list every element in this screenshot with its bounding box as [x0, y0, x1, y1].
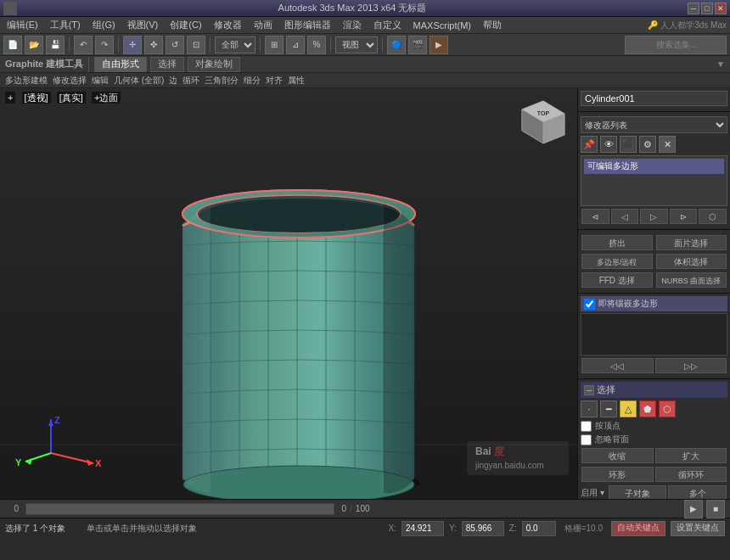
grow-btn[interactable]: 扩大 [655, 448, 727, 463]
move-btn[interactable]: ✜ [144, 36, 163, 54]
material-editor-btn[interactable]: 🔵 [387, 36, 406, 54]
ignore-back-checkbox[interactable] [581, 434, 592, 445]
multiple-btn[interactable]: 多个 [668, 485, 727, 499]
close-button[interactable]: ✕ [715, 3, 727, 14]
grid-label: 格栅=10.0 [564, 523, 603, 535]
sub-geom[interactable]: 几何体 (全部) [114, 75, 164, 87]
stack-first-btn[interactable]: ⊲ [581, 209, 609, 224]
ffd-select-btn[interactable]: FFD 选择 [581, 272, 653, 288]
vp-shading-label[interactable]: [真实] [57, 92, 86, 104]
scale-btn[interactable]: ⊡ [187, 36, 205, 54]
angle-snap[interactable]: ⊿ [286, 36, 305, 54]
extrude-btn[interactable]: 挤出 [581, 235, 653, 250]
nurbs-select-btn[interactable]: NURBS 曲面选择 [656, 272, 727, 288]
menu-modifier[interactable]: 修改器 [211, 19, 245, 31]
face-select-btn[interactable]: 面片选择 [656, 235, 727, 250]
vp-edge-label[interactable]: +边面 [92, 92, 121, 104]
set-key-btn[interactable]: 设置关键点 [671, 521, 725, 536]
pin-icon[interactable]: 📌 [581, 136, 598, 153]
render-btn[interactable]: ▶ [430, 36, 448, 54]
sub-align[interactable]: 对齐 [266, 75, 283, 87]
show-in-viewport[interactable]: 👁 [600, 136, 617, 153]
save-btn[interactable]: 💾 [46, 36, 65, 54]
menu-create[interactable]: 创建(C) [166, 19, 205, 31]
minimize-button[interactable]: ─ [688, 3, 699, 14]
rotate-btn[interactable]: ↺ [166, 36, 184, 54]
viewport[interactable]: + [透视] [真实] +边面 TOP [0, 88, 577, 499]
volume-select-btn[interactable]: 体积选择 [656, 254, 727, 269]
loop-btn[interactable]: 循环环 [655, 467, 727, 482]
element-mode-btn[interactable]: ⬡ [659, 400, 676, 417]
preview-checkbox[interactable] [584, 299, 595, 310]
nav-cube[interactable]: TOP [518, 97, 569, 148]
menu-animation[interactable]: 动画 [250, 19, 276, 31]
spline-select-btn[interactable]: 多边形/远程 [581, 254, 653, 269]
show-result-btn[interactable]: ⬡ [699, 209, 727, 224]
selection-header[interactable]: ─ 选择 [581, 382, 727, 398]
select-btn[interactable]: ✛ [123, 36, 142, 54]
undo-btn[interactable]: ↶ [74, 36, 93, 54]
next-frame-btn[interactable]: ▷▷ [655, 358, 727, 373]
sub-edge[interactable]: 边 [169, 75, 177, 87]
auto-keyframe-btn[interactable]: 自动关键点 [611, 521, 665, 536]
editable-poly-item[interactable]: 可编辑多边形 [584, 159, 724, 174]
maximize-button[interactable]: □ [701, 3, 713, 14]
object-name-input[interactable] [581, 91, 727, 106]
time-slider[interactable] [25, 503, 334, 515]
menu-graph-editor[interactable]: 图形编辑器 [281, 19, 334, 31]
sub-polymodel[interactable]: 多边形建模 [5, 75, 48, 87]
graphite-tab-paint[interactable]: 对象绘制 [188, 57, 240, 72]
play-btn[interactable]: ▶ [684, 500, 703, 518]
open-btn[interactable]: 📂 [25, 36, 43, 54]
menu-help[interactable]: 帮助 [480, 19, 505, 31]
prev-frame-btn[interactable]: ◁◁ [581, 358, 654, 373]
vertex-mode-btn[interactable]: · [581, 400, 598, 417]
graphite-tab-select[interactable]: 选择 [150, 57, 184, 72]
sub-tri[interactable]: 三角剖分 [205, 75, 239, 87]
sub-object-btn[interactable]: 子对象 [609, 485, 667, 499]
modifier-dropdown[interactable]: 修改器列表 [581, 116, 727, 133]
sel-collapse-btn[interactable]: ─ [584, 385, 594, 395]
y-input[interactable] [462, 521, 504, 536]
x-input[interactable] [402, 521, 444, 536]
vp-perspective-label[interactable]: [透视] [22, 92, 51, 104]
sub-subdiv[interactable]: 细分 [244, 75, 261, 87]
render-icon[interactable]: ⬛ [620, 136, 637, 153]
sub-edit[interactable]: 编辑 [92, 75, 109, 87]
menu-render[interactable]: 渲染 [340, 19, 365, 31]
graphite-tab-freeform[interactable]: 自由形式 [94, 57, 147, 72]
snap-toggle[interactable]: ⊞ [265, 36, 284, 54]
stack-prev-btn[interactable]: ◁ [611, 209, 639, 224]
sub-modsel[interactable]: 修改选择 [53, 75, 87, 87]
new-btn[interactable]: 📄 [3, 36, 22, 54]
search-btn[interactable]: 搜索选集... [625, 36, 727, 54]
menu-maxscript[interactable]: MAXScript(M) [410, 20, 474, 31]
percent-snap[interactable]: % [307, 36, 326, 54]
z-input[interactable] [522, 521, 556, 536]
selection-filter[interactable]: 全部 [215, 36, 256, 53]
vp-plus-label[interactable]: + [5, 92, 15, 104]
redo-btn[interactable]: ↷ [95, 36, 114, 54]
ring-btn[interactable]: 环形 [581, 467, 654, 482]
menu-custom[interactable]: 自定义 [370, 19, 405, 31]
edge-mode-btn[interactable]: ━ [600, 400, 617, 417]
stop-btn[interactable]: ■ [706, 500, 725, 518]
stack-next-btn[interactable]: ▷ [640, 209, 668, 224]
shrink-btn[interactable]: 收缩 [581, 448, 654, 463]
by-vertex-checkbox[interactable] [581, 421, 592, 432]
poly-mode-btn[interactable]: ⬟ [639, 400, 656, 417]
viewport-type[interactable]: 视图 [335, 36, 378, 53]
menu-group[interactable]: 组(G) [89, 19, 119, 31]
border-mode-btn[interactable]: △ [620, 400, 637, 417]
settings-icon[interactable]: ⚙ [639, 136, 656, 153]
menu-view[interactable]: 视图(V) [124, 19, 162, 31]
menu-tools[interactable]: 工具(T) [47, 19, 84, 31]
window-controls: ─ □ ✕ [688, 3, 727, 14]
stack-last-btn[interactable]: ⊳ [670, 209, 698, 224]
render-setup-btn[interactable]: 🎬 [408, 36, 427, 54]
user-account[interactable]: 🔑 人人都学3ds Max [648, 20, 727, 31]
menu-edit[interactable]: 编辑(E) [3, 19, 42, 31]
sub-props[interactable]: 属性 [288, 75, 305, 87]
sub-loop[interactable]: 循环 [182, 75, 199, 87]
delete-mod-icon[interactable]: ✕ [659, 136, 676, 153]
